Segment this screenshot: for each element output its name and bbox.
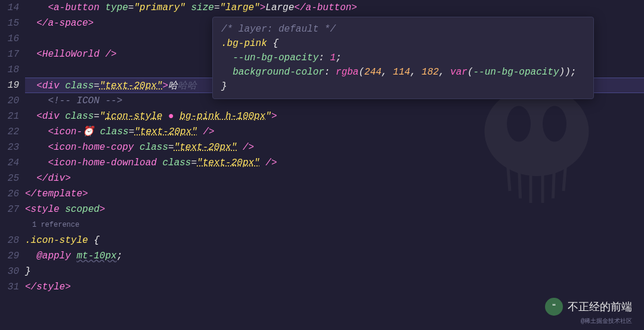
code-line[interactable]: <a-button type="primary" size="large">La… <box>25 0 644 16</box>
code-line[interactable]: <icon-home-copy class="text-20px" /> <box>25 140 644 155</box>
line-number: 24 <box>0 155 19 171</box>
code-line[interactable]: } <box>25 264 644 279</box>
line-number-active: 19 <box>0 78 19 93</box>
wechat-icon: ❝ <box>545 298 563 316</box>
line-number: 21 <box>0 109 19 124</box>
codelens-references[interactable]: 1 reference <box>25 217 644 233</box>
code-line[interactable]: <icon-home-download class="text-20px" /> <box>25 155 644 171</box>
code-line[interactable]: .icon-style { <box>25 233 644 248</box>
watermark-text: 不正经的前端 <box>568 300 632 314</box>
code-line[interactable]: <icon-⏰ class="text-20px" /> <box>25 124 644 140</box>
code-line[interactable]: </style> <box>25 279 644 295</box>
line-number: 17 <box>0 47 19 62</box>
line-number: 15 <box>0 16 19 31</box>
line-number: 20 <box>0 93 19 109</box>
code-content[interactable]: <a-button type="primary" size="large">La… <box>25 0 644 330</box>
watermark-sub: @稀土掘金技术社区 <box>581 317 632 325</box>
code-line[interactable]: @apply mt-10px; <box>25 248 644 264</box>
code-line[interactable]: <div class="icon-style ● bg-pink h-100px… <box>25 109 644 124</box>
line-number: 18 <box>0 62 19 78</box>
code-line[interactable]: </template> <box>25 186 644 202</box>
line-number: 28 <box>0 233 19 248</box>
line-number: 30 <box>0 264 19 279</box>
line-number <box>0 217 19 233</box>
code-line[interactable]: </div> <box>25 171 644 186</box>
line-number: 14 <box>0 0 19 16</box>
hover-tooltip: /* layer: default */ .bg-pink { --un-bg-… <box>212 17 594 99</box>
code-editor[interactable]: 14 15 16 17 18 19 20 21 22 23 24 25 26 2… <box>0 0 644 330</box>
line-number: 25 <box>0 171 19 186</box>
line-number: 16 <box>0 31 19 47</box>
line-gutter: 14 15 16 17 18 19 20 21 22 23 24 25 26 2… <box>0 0 25 330</box>
line-number: 29 <box>0 248 19 264</box>
line-number: 22 <box>0 124 19 140</box>
code-line[interactable]: <style scoped> <box>25 202 644 217</box>
line-number: 26 <box>0 186 19 202</box>
line-number: 23 <box>0 140 19 155</box>
line-number: 31 <box>0 279 19 295</box>
watermark: ❝ 不正经的前端 <box>545 298 632 316</box>
line-number: 27 <box>0 202 19 217</box>
pink-dot-icon: ● <box>162 111 179 122</box>
